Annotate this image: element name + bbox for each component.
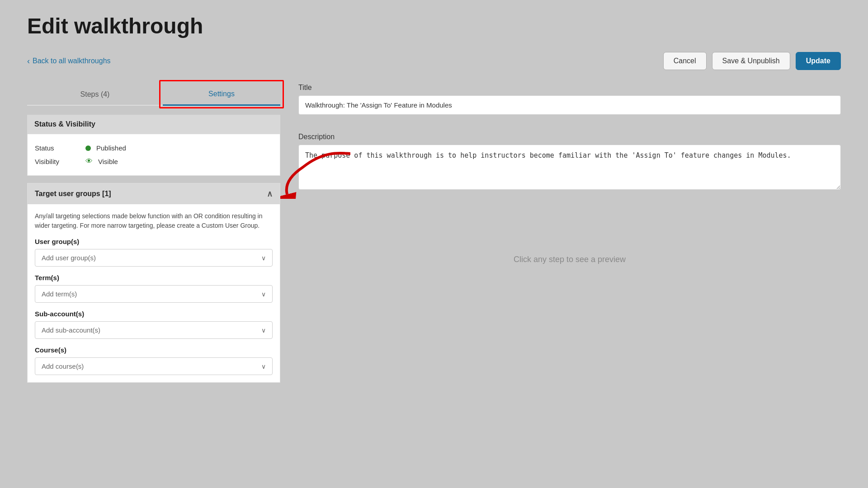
sub-accounts-chevron-icon: ∨ <box>261 327 266 334</box>
status-label: Status <box>35 144 80 152</box>
status-visibility-header: Status & Visibility <box>27 115 280 134</box>
terms-dropdown[interactable]: Add term(s) ∨ <box>35 285 273 303</box>
back-link-text: Back to all walkthroughs <box>33 57 111 65</box>
courses-dropdown[interactable]: Add course(s) ∨ <box>35 357 273 375</box>
save-unpublish-button[interactable]: Save & Unpublish <box>712 52 790 70</box>
user-groups-label: User group(s) <box>35 238 273 245</box>
courses-field-group: Course(s) Add course(s) ∨ <box>28 346 280 382</box>
tabs: Steps (4) Settings <box>27 84 280 106</box>
terms-field-group: Term(s) Add term(s) ∨ <box>28 274 280 310</box>
cancel-button[interactable]: Cancel <box>663 52 707 70</box>
courses-chevron-icon: ∨ <box>261 363 266 370</box>
tab-steps[interactable]: Steps (4) <box>27 84 163 105</box>
terms-placeholder: Add term(s) <box>42 290 77 298</box>
visibility-value: Visible <box>98 158 118 165</box>
status-value: Published <box>96 144 126 152</box>
sub-accounts-label: Sub-account(s) <box>35 310 273 318</box>
right-panel: Title Description The purpose of this wa… <box>298 84 841 390</box>
chevron-up-icon: ∧ <box>267 189 273 199</box>
title-input[interactable] <box>298 95 841 115</box>
target-user-groups-description: Any/all targeting selections made below … <box>28 204 280 238</box>
status-row: Status Published <box>35 141 273 155</box>
target-user-groups-section: Target user groups [1] ∧ Any/all targeti… <box>27 183 280 383</box>
user-groups-dropdown[interactable]: Add user group(s) ∨ <box>35 249 273 267</box>
terms-chevron-icon: ∨ <box>261 291 266 298</box>
top-nav: ‹ Back to all walkthroughs Cancel Save &… <box>27 52 841 70</box>
title-form-field: Title <box>298 84 841 115</box>
user-groups-chevron-icon: ∨ <box>261 254 266 262</box>
description-textarea[interactable]: The purpose of this walkthrough is to he… <box>298 145 841 190</box>
sub-accounts-dropdown[interactable]: Add sub-account(s) ∨ <box>35 321 273 339</box>
top-buttons: Cancel Save & Unpublish Update <box>663 52 841 70</box>
courses-label: Course(s) <box>35 346 273 354</box>
user-groups-field-group: User group(s) Add user group(s) ∨ <box>28 238 280 274</box>
visibility-eye-icon: 👁 <box>85 157 93 165</box>
preview-placeholder: Click any step to see a preview <box>298 210 841 310</box>
published-dot-icon <box>85 145 91 151</box>
update-button[interactable]: Update <box>796 52 841 70</box>
courses-placeholder: Add course(s) <box>42 362 84 370</box>
description-form-label: Description <box>298 133 841 141</box>
target-user-groups-title: Target user groups [1] <box>35 190 111 198</box>
back-chevron-icon: ‹ <box>27 56 30 66</box>
visibility-row: Visibility 👁 Visible <box>35 155 273 168</box>
sub-accounts-field-group: Sub-account(s) Add sub-account(s) ∨ <box>28 310 280 346</box>
main-layout: Steps (4) Settings Status & Visibility S… <box>27 84 841 390</box>
back-to-walkthroughs-link[interactable]: ‹ Back to all walkthroughs <box>27 56 111 66</box>
target-user-groups-header[interactable]: Target user groups [1] ∧ <box>28 183 280 204</box>
user-groups-placeholder: Add user group(s) <box>42 254 96 262</box>
status-visibility-section: Status Published Visibility 👁 Visible <box>27 134 280 176</box>
sub-accounts-placeholder: Add sub-account(s) <box>42 326 100 334</box>
page-title: Edit walkthrough <box>27 14 841 38</box>
terms-label: Term(s) <box>35 274 273 282</box>
description-form-field: Description The purpose of this walkthro… <box>298 133 841 192</box>
title-form-label: Title <box>298 84 841 92</box>
visibility-label: Visibility <box>35 158 80 165</box>
tab-settings[interactable]: Settings <box>163 84 280 106</box>
settings-tab-wrapper: Settings <box>163 84 280 105</box>
left-panel: Steps (4) Settings Status & Visibility S… <box>27 84 280 390</box>
